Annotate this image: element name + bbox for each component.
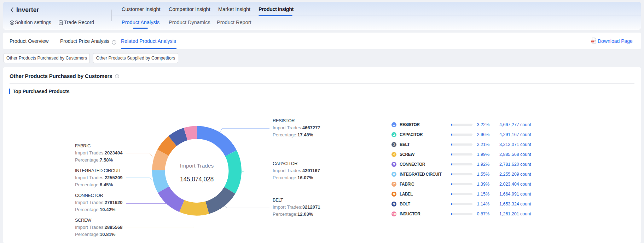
svg-text:PDF: PDF <box>591 40 594 42</box>
